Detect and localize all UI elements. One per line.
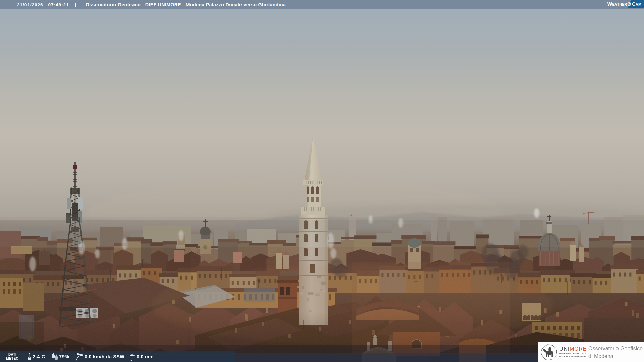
svg-text:79%: 79%: [59, 354, 69, 359]
svg-text:MODENA E REGGIO EMILIA: MODENA E REGGIO EMILIA: [559, 355, 586, 357]
svg-text:di Modena: di Modena: [588, 353, 613, 359]
svg-text:0.0 mm: 0.0 mm: [137, 354, 154, 359]
svg-text:2.4 C: 2.4 C: [33, 354, 45, 359]
svg-text:METEO: METEO: [6, 357, 19, 360]
svg-text:DATI: DATI: [8, 353, 16, 356]
svg-text:0.0 km/h da SSW: 0.0 km/h da SSW: [85, 354, 124, 359]
svg-text:Osservatorio Geofisico: Osservatorio Geofisico: [588, 346, 643, 351]
svg-text:Osservatorio Geofisico - DIEF: Osservatorio Geofisico - DIEF UNIMORE - …: [86, 2, 286, 7]
svg-text:21/01/2026 - 07:48:21: 21/01/2026 - 07:48:21: [17, 2, 69, 7]
svg-text:UNIVERSITÀ DEGLI STUDI DI: UNIVERSITÀ DEGLI STUDI DI: [559, 353, 587, 355]
svg-text:UNIMORE: UNIMORE: [559, 346, 587, 352]
